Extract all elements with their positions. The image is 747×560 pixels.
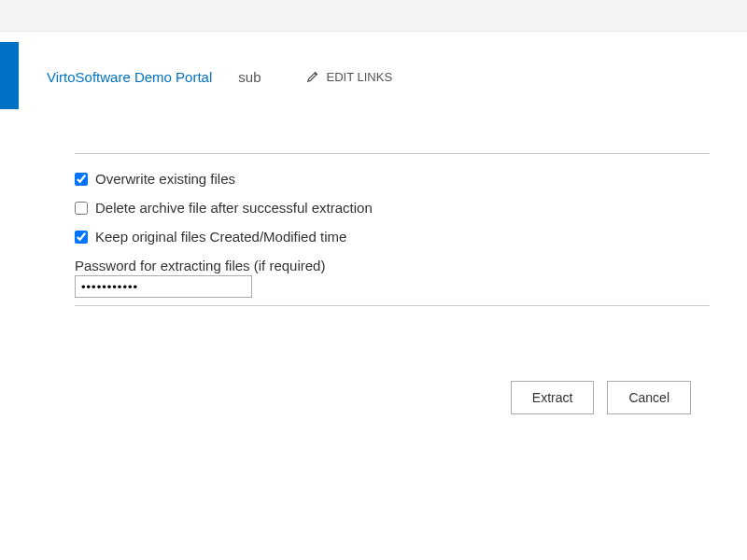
keep-time-checkbox[interactable] xyxy=(75,231,88,244)
keep-time-option-row: Keep original files Created/Modified tim… xyxy=(75,229,710,245)
top-divider xyxy=(75,153,710,154)
overwrite-label[interactable]: Overwrite existing files xyxy=(95,171,235,187)
top-ribbon-bar xyxy=(0,0,747,32)
edit-links-label: EDIT LINKS xyxy=(327,70,393,84)
overwrite-checkbox[interactable] xyxy=(75,173,88,186)
keep-time-label[interactable]: Keep original files Created/Modified tim… xyxy=(95,229,346,245)
edit-links-button[interactable]: EDIT LINKS xyxy=(306,70,393,84)
brand-color-block xyxy=(0,42,19,109)
delete-archive-option-row: Delete archive file after successful ext… xyxy=(75,200,710,216)
form-content: Overwrite existing files Delete archive … xyxy=(0,116,710,414)
password-input[interactable] xyxy=(75,275,252,298)
bottom-divider xyxy=(75,305,710,306)
delete-archive-label[interactable]: Delete archive file after successful ext… xyxy=(95,200,373,216)
subsite-label[interactable]: sub xyxy=(238,69,261,85)
header-nav: VirtoSoftware Demo Portal sub EDIT LINKS xyxy=(47,63,392,85)
cancel-button[interactable]: Cancel xyxy=(607,381,691,414)
portal-home-link[interactable]: VirtoSoftware Demo Portal xyxy=(47,69,212,85)
site-header: VirtoSoftware Demo Portal sub EDIT LINKS xyxy=(0,32,747,116)
action-buttons: Extract Cancel xyxy=(75,381,710,414)
pencil-icon xyxy=(306,70,319,83)
overwrite-option-row: Overwrite existing files xyxy=(75,171,710,187)
extract-button[interactable]: Extract xyxy=(511,381,595,414)
delete-archive-checkbox[interactable] xyxy=(75,202,88,215)
password-field-label: Password for extracting files (if requir… xyxy=(75,258,710,273)
